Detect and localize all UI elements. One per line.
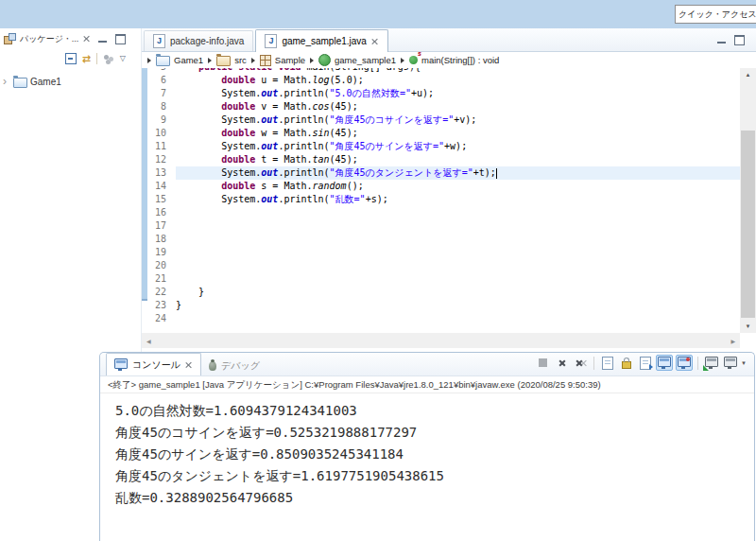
console-output-line: 角度45のコサインを返す=0.5253219888177297 — [115, 422, 754, 444]
close-icon[interactable] — [371, 38, 379, 45]
horizontal-scrollbar[interactable]: ◀ ▶ — [142, 333, 740, 348]
view-menu-icon[interactable]: ▽ — [120, 54, 126, 63]
console-output-line: 角度45のタンジェントを返す=1.6197751905438615 — [115, 465, 754, 487]
code-line[interactable]: 15 System.out.println("乱数="+s); — [142, 193, 740, 206]
line-number: 18 — [142, 233, 176, 246]
breadcrumb-item-src[interactable]: src — [216, 54, 247, 66]
console-panel: コンソール デバッグ ▼ <終了> game_sample1 [Java アプリ… — [99, 352, 755, 541]
stderr-console-icon — [678, 357, 691, 367]
scroll-lock-button[interactable] — [618, 356, 634, 371]
scroll-up-icon[interactable]: ▲ — [740, 68, 756, 81]
code-line[interactable]: 24 — [142, 312, 740, 325]
code-line[interactable]: 8 double v = Math.cos(45); — [142, 100, 740, 113]
line-number: 21 — [142, 272, 176, 286]
maximize-icon[interactable] — [734, 35, 745, 45]
code-line[interactable]: 21 — [142, 272, 740, 286]
minimize-icon[interactable] — [98, 35, 107, 44]
code-line[interactable]: 17 — [142, 219, 740, 233]
line-number: 13 — [142, 166, 176, 180]
breadcrumb-arrow-icon[interactable] — [401, 58, 404, 63]
show-stdout-toggle[interactable] — [656, 355, 673, 371]
close-icon[interactable] — [82, 35, 90, 43]
tab-package-explorer[interactable]: パッケージ・... — [4, 28, 90, 49]
maximize-icon[interactable] — [115, 34, 126, 44]
breadcrumb-arrow-icon[interactable] — [251, 58, 255, 63]
remove-all-terminated-button[interactable] — [573, 356, 589, 371]
breadcrumb-item-class[interactable]: game_sample1 — [318, 54, 396, 66]
tab-game-sample1[interactable]: J game_sample1.java — [255, 29, 388, 52]
code-line[interactable]: 12 double t = Math.tan(45); — [142, 153, 740, 166]
code-lines: 5 public static void main(String[] args)… — [142, 68, 740, 325]
code-line[interactable]: 19 — [142, 246, 740, 259]
code-line[interactable]: 16 — [142, 206, 740, 219]
chevron-right-icon[interactable]: › — [3, 77, 10, 86]
scroll-down-icon[interactable]: ▼ — [740, 320, 756, 333]
breadcrumb-arrow-icon[interactable] — [310, 58, 314, 63]
remove-launch-button[interactable] — [554, 356, 570, 371]
code-line[interactable]: 22 } — [142, 286, 740, 299]
code-line[interactable]: 10 double w = Math.sin(45); — [142, 127, 740, 140]
line-number: 16 — [142, 206, 176, 219]
source-folder-icon — [216, 56, 231, 66]
toolbar-separator — [697, 357, 698, 370]
minimize-icon[interactable] — [717, 36, 726, 44]
code-line[interactable]: 11 System.out.println("角度45のサインを返す="+w); — [142, 140, 740, 153]
scroll-right-icon[interactable]: ▶ — [730, 338, 735, 344]
console-output-line: 5.0の自然対数=1.6094379124341003 — [115, 400, 754, 422]
tree-item-game1[interactable]: › Game1 — [0, 73, 141, 90]
line-number: 7 — [142, 87, 176, 100]
tab-label: game_sample1.java — [282, 36, 367, 46]
display-console-button[interactable] — [722, 356, 738, 371]
breadcrumb-arrow-icon[interactable] — [208, 58, 212, 63]
tab-debug[interactable]: デバッグ — [201, 356, 267, 375]
collapse-all-icon[interactable] — [65, 53, 77, 64]
scroll-left-icon[interactable]: ◀ — [146, 338, 151, 344]
close-icon[interactable] — [185, 361, 193, 369]
open-console-button[interactable] — [703, 356, 719, 371]
breadcrumb-label: Game1 — [174, 55, 203, 65]
focus-icon[interactable] — [103, 54, 114, 63]
line-number: 10 — [142, 127, 176, 140]
clear-console-icon — [602, 357, 613, 370]
line-number: 19 — [142, 246, 176, 259]
tab-console[interactable]: コンソール — [106, 353, 201, 375]
vertical-scrollbar-thumb[interactable] — [741, 131, 755, 318]
toolbar-separator — [593, 357, 594, 370]
project-folder-icon — [156, 56, 170, 66]
quick-access-box[interactable]: クイック・アクセス — [675, 5, 756, 24]
code-line[interactable]: 18 — [142, 233, 740, 246]
console-output[interactable]: 5.0の自然対数=1.6094379124341003 角度45のコサインを返す… — [100, 393, 754, 509]
show-stderr-toggle[interactable] — [676, 355, 693, 371]
breadcrumb-label: src — [234, 55, 247, 65]
tab-package-info[interactable]: J package-info.java — [144, 30, 253, 51]
package-explorer-tab-bar: パッケージ・... — [0, 28, 141, 49]
breadcrumb-item-method[interactable]: main(String[]) : void — [409, 55, 499, 65]
code-line[interactable]: 7 System.out.println("5.0の自然対数="+u); — [142, 87, 740, 100]
remove-icon — [558, 359, 566, 367]
word-wrap-button[interactable] — [637, 356, 653, 371]
code-line[interactable]: 13 System.out.println("角度45のタンジェントを返す="+… — [142, 166, 740, 180]
code-line[interactable]: 6 double u = Math.log(5.0); — [142, 74, 740, 87]
breadcrumb-arrow-icon[interactable] — [147, 58, 151, 63]
clear-console-button[interactable] — [599, 356, 615, 371]
breadcrumb-item-package[interactable]: Sample — [260, 55, 305, 66]
code-line[interactable]: 9 System.out.println("角度45のコサインを返す="+v); — [142, 113, 740, 127]
code-editor[interactable]: 5 public static void main(String[] args)… — [142, 68, 756, 333]
breadcrumb-label: main(String[]) : void — [421, 55, 499, 65]
word-wrap-icon — [640, 357, 651, 370]
code-line[interactable]: 23} — [142, 299, 740, 312]
link-with-editor-icon[interactable]: ⇄ — [82, 54, 91, 63]
line-number: 20 — [142, 259, 176, 272]
error-dot-icon — [686, 358, 690, 361]
editor-tab-bar: J package-info.java J game_sample1.java — [142, 28, 756, 52]
tab-package-explorer-label: パッケージ・... — [20, 33, 78, 45]
breadcrumb-item-project[interactable]: Game1 — [156, 54, 203, 66]
scroll-lock-icon — [622, 361, 631, 369]
dropdown-arrow-icon[interactable]: ▼ — [741, 360, 747, 366]
console-output-line: 角度45のサインを返す=0.8509035245341184 — [115, 444, 754, 465]
debug-icon — [209, 361, 216, 371]
code-line[interactable]: 20 — [142, 259, 740, 272]
vertical-scrollbar[interactable]: ▲ ▼ — [740, 68, 756, 333]
code-line[interactable]: 14 double s = Math.random(); — [142, 180, 740, 193]
terminate-button[interactable] — [535, 356, 551, 371]
